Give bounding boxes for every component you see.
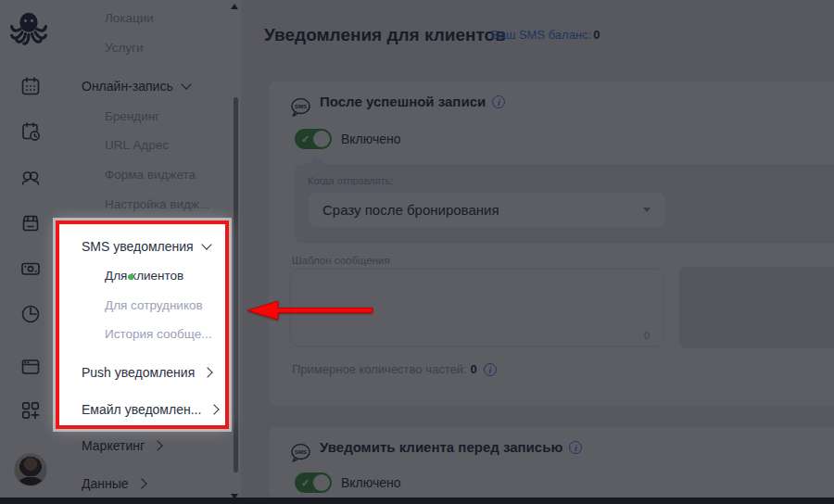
- sidebar-item-label: SMS уведомления: [82, 239, 194, 254]
- active-dot: [128, 274, 133, 280]
- sidebar-item-sms-notifications[interactable]: SMS уведомления: [82, 239, 210, 254]
- highlight-red-box: SMS уведомления Для клиентов Для сотрудн…: [56, 220, 229, 429]
- sidebar-item-label: Для сотрудников: [105, 298, 203, 312]
- red-arrow: [236, 295, 375, 332]
- sidebar-item-label: Для клиентов: [105, 269, 183, 283]
- sidebar-item-label: Push уведомления: [82, 365, 195, 380]
- chevron-right-icon: [203, 367, 213, 377]
- sidebar-item-push-notifications[interactable]: Push уведомления: [82, 365, 211, 380]
- sidebar-item-email-notifications[interactable]: Емайл уведомлен...: [82, 402, 218, 417]
- sidebar-item-for-clients[interactable]: Для клиентов: [105, 269, 183, 283]
- chevron-right-icon: [209, 404, 220, 414]
- chevron-down-icon: [201, 239, 211, 249]
- sidebar-item-message-history[interactable]: История сообще...: [105, 327, 211, 341]
- sidebar-item-for-staff[interactable]: Для сотрудников: [105, 298, 203, 312]
- app-window: Локации Услуги Онлайн-запись Брендинг UR…: [0, 0, 834, 504]
- sidebar-item-label: История сообще...: [105, 327, 211, 341]
- sidebar-item-label: Емайл уведомлен...: [82, 402, 201, 417]
